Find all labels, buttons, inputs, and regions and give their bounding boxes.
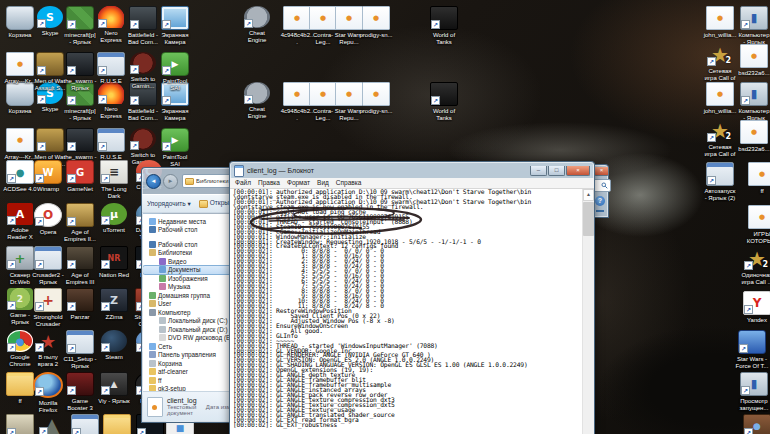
desktop-icon[interactable]: NR↗Nation Red — [97, 246, 131, 279]
desktop-icon[interactable]: Y↗Yandex — [740, 291, 770, 324]
desktop-icon[interactable]: ●prodigy-sn... — [359, 82, 393, 115]
desktop-icon[interactable]: ↗Men of War Assault S... — [33, 52, 67, 92]
desktop-icon[interactable]: ↗Star Wars - Force Of T... — [735, 330, 769, 370]
forward-button[interactable]: ► — [163, 174, 178, 189]
desktop-icon[interactable]: ▶↗PaintTool SAI — [158, 52, 192, 92]
sidebar-item-homegroup[interactable]: Домашняя группа — [143, 291, 235, 300]
sidebar-item-user[interactable]: User — [143, 300, 235, 309]
desktop-icon[interactable]: ↗World of Tanks — [427, 82, 461, 122]
desktop-icon[interactable]: W↗Winamp — [31, 160, 65, 193]
back-button[interactable]: ◄ — [146, 174, 161, 189]
sidebar-item-docs[interactable]: Документы — [143, 266, 235, 275]
desktop-icon[interactable]: Корзина — [3, 82, 37, 115]
video-icon — [159, 258, 166, 265]
maximize-button[interactable]: □ — [548, 166, 565, 176]
desktop-icon[interactable]: ★2↗Сетевая игра Call of Duty 2 — [703, 120, 737, 158]
desktop-icon[interactable]: ↗Age of Empires II... — [63, 203, 97, 243]
desktop-icon[interactable]: ↗Switch to Gamin... — [126, 52, 160, 90]
desktop-icon[interactable]: ★2↗Одиночная игра Call ... — [740, 248, 770, 286]
desktop-icon[interactable]: Z↗ZZima — [97, 288, 131, 321]
desktop-icon[interactable]: ↗C11_Setup - Ярлык — [63, 330, 97, 370]
desktop-icon[interactable]: ●Array---Kr... — [3, 128, 37, 161]
desktop-icon[interactable]: ↗Age of Empires III — [63, 246, 97, 286]
sidebar-item-computer[interactable]: Компьютер — [143, 308, 235, 317]
notepad-title-bar[interactable]: client_log — Блокнот –□× — [230, 162, 594, 178]
desktop-icon[interactable]: ≡↗The Long Dark — [97, 160, 131, 200]
desktop-icon[interactable]: ↗Nero Express — [94, 6, 128, 44]
sidebar-item-dvd[interactable]: DVD RW дисковод (E:) — [143, 334, 235, 343]
desktop-icon[interactable]: ▮↗Компьютер - Ярлык — [737, 6, 770, 46]
desktop-icon[interactable]: ↗Steam — [97, 330, 131, 361]
sidebar-item-pictures[interactable]: Изображения — [143, 274, 235, 283]
sidebar-item-folder[interactable]: atf-cleaner — [143, 368, 235, 377]
sidebar-item-music[interactable]: Музыка — [143, 283, 235, 292]
desktop-icon[interactable]: µ↗uTorrent — [97, 203, 131, 234]
desktop-icon[interactable]: ▮↗Компьютер - Ярлык — [737, 82, 770, 122]
desktop-icon[interactable]: ★2↗Сетевая игра Call of Duty 2 — [703, 44, 737, 82]
sidebar-item-folder[interactable]: ff — [143, 376, 235, 385]
desktop-icon[interactable]: ↗R.U.S.E — [94, 128, 128, 161]
desktop-icon[interactable]: ↗Nero Express — [94, 82, 128, 120]
desktop-icon[interactable]: +↗Stronghold Crusader HD — [31, 288, 65, 328]
doc-icon: ● — [362, 82, 390, 106]
desktop-icon[interactable]: ▮↗Просмотр запущен... — [737, 372, 770, 412]
desktop-icon[interactable]: ●bsd232a6... — [737, 44, 770, 77]
desktop-icon[interactable]: ↗ — [68, 414, 102, 434]
desktop-icon[interactable]: Корзина — [3, 6, 37, 39]
sidebar-item-control[interactable]: Панель управления — [143, 351, 235, 360]
desktop-icon[interactable]: S↗Skype — [33, 6, 67, 37]
sidebar-item-disk[interactable]: Локальный диск (C:) — [143, 317, 235, 326]
desktop-icon[interactable]: ●bsd232a6... — [737, 120, 770, 153]
menu-item-2[interactable]: Формат — [287, 178, 310, 188]
sidebar-item-network[interactable]: Сеть — [143, 342, 235, 351]
menu-item-0[interactable]: Файл — [235, 178, 251, 188]
desktop-icon[interactable]: ↗Panzar — [63, 288, 97, 321]
address-bar[interactable]: Библиотеки ▸ До — [182, 174, 233, 188]
desktop-icon[interactable]: ●Array---Kr... — [3, 52, 37, 85]
sidebar-item-video[interactable]: Видео — [143, 257, 235, 266]
desktop-icon[interactable]: ↗minecraft[p] - Ярлык — [63, 6, 97, 46]
sidebar-item-trash[interactable]: Корзина — [143, 359, 235, 368]
sidebar-item-libraries[interactable]: Библиотеки — [143, 249, 235, 258]
sidebar-item-desktop[interactable]: Рабочий стол — [143, 226, 235, 235]
menu-item-1[interactable]: Правка — [258, 178, 280, 188]
vertical-scrollbar[interactable]: ▲ — [582, 189, 594, 434]
desktop-icon[interactable]: ↗Game Booster 3 — [63, 372, 97, 412]
desktop-icon[interactable]: ↗Mozilla Firefox — [31, 372, 65, 414]
desktop-icon[interactable]: ↗Battlefield - Bad Com... — [126, 6, 160, 46]
desktop-icon[interactable]: ↗Cheat Engine — [240, 82, 274, 120]
close-button[interactable]: × — [566, 166, 590, 176]
desktop-icon[interactable]: ↗R.U.S.E — [94, 52, 128, 85]
desktop-icon[interactable]: ↗Экранная Камера — [158, 6, 192, 46]
desktop-icon[interactable]: ↗Crusader2 - Ярлык — [31, 246, 65, 286]
desktop-icon[interactable]: ↗Cheat Engine — [240, 6, 274, 44]
desktop-icon[interactable]: O↗Opera — [31, 203, 65, 236]
desktop-icon[interactable]: ●↗ — [740, 414, 770, 434]
sidebar-item-desktop[interactable]: Рабочий стол — [143, 240, 235, 249]
sidebar-item-disk[interactable]: Локальный диск (D:) — [143, 325, 235, 334]
desktop-icon[interactable]: ↗ — [3, 414, 37, 434]
desktop-icon[interactable]: ▲↗ — [35, 414, 69, 434]
notepad-text-area[interactable]: [00:00:01]: authorized application D:\10… — [230, 189, 594, 434]
help-button[interactable]: ? — [595, 196, 605, 206]
minimize-button[interactable]: – — [530, 166, 547, 176]
desktop-icon[interactable]: G↗GameNet — [63, 160, 97, 193]
sidebar-item-recent[interactable]: Недавние места — [143, 217, 235, 226]
desktop-icon[interactable]: ↗the_swarm - Ярлык — [63, 52, 97, 92]
organize-button[interactable]: Упорядочить ▾ — [147, 200, 191, 208]
desktop-icon[interactable]: ↗Автозапуск - Ярлык (2) — [703, 162, 737, 202]
scroll-up-icon[interactable]: ▲ — [583, 189, 594, 201]
desktop-icon[interactable]: ●ff — [745, 162, 770, 195]
menu-item-3[interactable]: Вид — [317, 178, 329, 188]
desktop-icon[interactable]: ↗World of Tanks — [427, 6, 461, 46]
desktop-icon[interactable]: ★↗В пылу врага 2 — [31, 330, 65, 368]
desktop-icon[interactable]: ●john_willia... — [703, 6, 737, 39]
explorer-close-button[interactable]: × — [594, 167, 609, 176]
desktop-icon[interactable]: ●ИГРЫ КОТОРЫ... — [745, 205, 770, 245]
desktop-icon[interactable]: ●john_willia... — [703, 82, 737, 115]
desktop-icon[interactable] — [100, 414, 134, 434]
menu-item-4[interactable]: Справка — [336, 178, 362, 188]
desktop-icon[interactable]: ▲↗Viy - Ярлык — [97, 372, 131, 405]
scrollbar-thumb[interactable] — [583, 202, 594, 236]
desktop-icon[interactable]: ●prodigy-sn... — [359, 6, 393, 39]
